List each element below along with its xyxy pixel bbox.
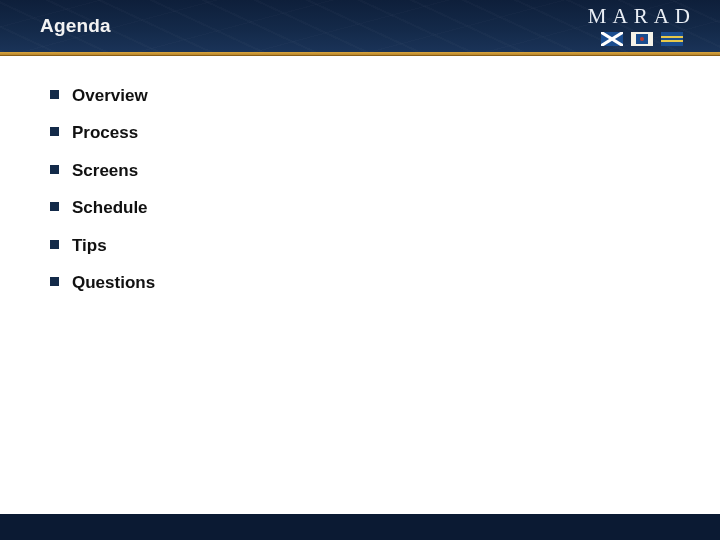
- signal-flag-icon: [661, 32, 683, 46]
- signal-flag-icon: [631, 32, 653, 46]
- signal-flag-icon: [601, 32, 623, 46]
- slide: Agenda MARAD Overview Process Screens Sc…: [0, 0, 720, 540]
- slide-body: Overview Process Screens Schedule Tips Q…: [0, 56, 720, 293]
- list-item: Questions: [50, 273, 680, 293]
- list-item: Schedule: [50, 198, 680, 218]
- list-item-label: Schedule: [72, 198, 148, 217]
- brand-wordmark: MARAD: [588, 4, 696, 29]
- page-title: Agenda: [40, 15, 111, 37]
- brand-flag-row: [601, 32, 683, 46]
- list-item: Screens: [50, 161, 680, 181]
- list-item-label: Questions: [72, 273, 155, 292]
- brand-logo: MARAD: [588, 4, 696, 46]
- list-item-label: Screens: [72, 161, 138, 180]
- agenda-list: Overview Process Screens Schedule Tips Q…: [50, 86, 680, 293]
- list-item-label: Process: [72, 123, 138, 142]
- list-item: Overview: [50, 86, 680, 106]
- list-item-label: Overview: [72, 86, 148, 105]
- list-item: Tips: [50, 236, 680, 256]
- footer-band: [0, 514, 720, 540]
- list-item: Process: [50, 123, 680, 143]
- list-item-label: Tips: [72, 236, 107, 255]
